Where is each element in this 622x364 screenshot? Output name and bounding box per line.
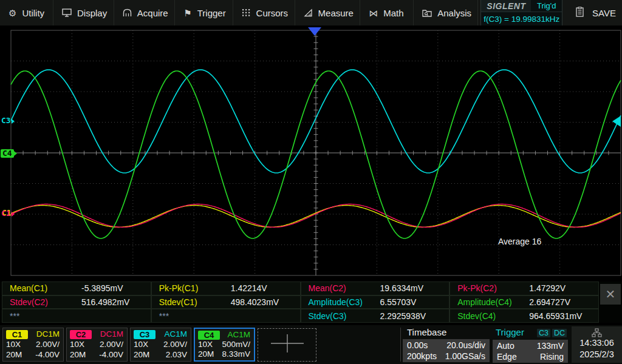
measurement-cell: Stdev(C4)964.65931mV (449, 309, 599, 323)
scale-label: 2.00V/ (100, 340, 123, 349)
plus-icon (270, 333, 305, 356)
cursors-grid-icon (242, 8, 251, 17)
timebase-scale: 20.0us/div (441, 340, 485, 350)
measurement-cell: Pk-Pk(C1)1.42214V (151, 281, 301, 295)
scale-label: 2.00V/ (36, 340, 60, 349)
channel-marker-c4[interactable]: C4 (1, 149, 14, 158)
save-button[interactable]: SAVE (562, 0, 622, 25)
bandwidth-label: 20M (198, 349, 214, 359)
trigger-type: Edge (497, 352, 527, 362)
menu-acquire[interactable]: Acquire (114, 0, 175, 25)
measurement-cell: Stdev(C2)516.4982mV (2, 295, 151, 309)
measurement-table: Mean(C1)-5.3895mV Pk-Pk(C1)1.42214V Mean… (2, 281, 599, 323)
timebase-memory: 200kpts (407, 351, 441, 361)
measurement-cell: Pk-Pk(C2)1.47292V (449, 281, 599, 295)
menu-utility[interactable]: ⚙ Utility (0, 0, 53, 25)
offset-label: 2.03V (166, 350, 187, 360)
menu-display-label: Display (77, 8, 107, 18)
marker-arrow-icon (12, 212, 15, 217)
channel-badge: C2 (70, 330, 92, 339)
trigger-level: 133mV (527, 341, 564, 351)
menu-measure-label: Measure (318, 8, 354, 18)
flag-icon: ⚑ (183, 8, 191, 18)
trigger-mode: Auto (497, 341, 527, 351)
channel-marker-c3[interactable]: C3 (1, 116, 15, 125)
channel-badge: C4 (198, 331, 220, 340)
trigger-panel[interactable]: Trigger C3DC Auto133mV EdgeRising (493, 327, 568, 363)
bottom-bar-divider (400, 328, 401, 362)
menu-analysis[interactable]: Analysis (414, 0, 478, 25)
menu-cursors[interactable]: Cursors (233, 0, 295, 25)
scale-label: 500mV/ (222, 340, 250, 349)
coupling-label: DC1M (100, 329, 123, 339)
scale-label: 2.00V/ (163, 340, 187, 349)
offset-label: 8.33mV (222, 349, 250, 359)
trigger-source-chip: C3 (537, 329, 550, 337)
offset-label: -4.00V (35, 350, 60, 360)
channel-box-c1[interactable]: C1DC1M 10X2.00V/ 20M-4.00V (2, 328, 64, 362)
close-icon: ✕ (606, 287, 616, 302)
menu-cursors-label: Cursors (256, 8, 289, 18)
menu-display[interactable]: Display (53, 0, 114, 25)
menu-utility-label: Utility (22, 8, 44, 18)
network-icon (592, 328, 602, 337)
timebase-panel[interactable]: Timebase 0.00s20.0us/div 200kpts1.00GSa/… (403, 327, 490, 362)
menu-trigger-label: Trigger (197, 8, 226, 18)
coupling-label: AC1M (227, 330, 250, 340)
probe-label: 10X (6, 340, 21, 349)
offset-label: -4.00V (99, 350, 123, 360)
waveform-area[interactable]: C3 C4 C1 Average 16 (0, 25, 622, 280)
add-channel-button[interactable] (258, 328, 316, 362)
clock-panel[interactable]: 14:33:06 2025/2/3 (572, 326, 622, 363)
channel-box-c3[interactable]: C3AC1M 10X2.00V/ 20M2.03V (130, 328, 191, 362)
monitor-icon (62, 8, 72, 17)
measurement-cell: *** (2, 309, 151, 323)
bandwidth-label: 20M (134, 350, 149, 360)
timebase-delay: 0.00s (407, 340, 441, 350)
oscilloscope-screen: ⚙ Utility Display Acquire ⚑ Trigger Curs… (0, 0, 622, 364)
siglent-logo: SIGLENT (481, 0, 531, 12)
clock-time: 14:33:06 (579, 337, 613, 349)
channel-box-c4[interactable]: C4AC1M 10X500mV/ 20M8.33mV (194, 328, 255, 362)
trigger-position-marker[interactable] (308, 27, 321, 36)
frequency-readout: f(C3) = 19.99831kHz (481, 12, 562, 25)
trigger-slope: Rising (527, 352, 564, 362)
clipboard-icon (576, 7, 584, 19)
close-measurements-button[interactable]: ✕ (600, 284, 621, 305)
coupling-label: DC1M (36, 329, 60, 339)
measurement-cell: Amplitude(C4)2.694727V (449, 295, 599, 309)
bottom-status-bar: C1DC1M 10X2.00V/ 20M-4.00V C2DC1M 10X2.0… (0, 325, 622, 364)
measurement-cell: Stdev(C3)2.2925938V (301, 309, 450, 323)
timebase-title: Timebase (403, 327, 490, 339)
bandwidth-label: 20M (6, 350, 22, 360)
average-mode-label: Average 16 (498, 237, 541, 246)
marker-arrow-icon (14, 151, 17, 156)
trigger-coupling-chip: DC (552, 329, 567, 337)
folder-search-icon (422, 8, 432, 17)
trigger-status-badge: Trig'd (531, 0, 562, 12)
channel-badge: C1 (6, 330, 28, 339)
trigger-level-marker[interactable] (612, 116, 621, 127)
coupling-label: AC1M (164, 329, 187, 339)
marker-arrow-icon (12, 119, 15, 124)
gear-icon: ⚙ (9, 8, 16, 18)
menu-acquire-label: Acquire (137, 8, 168, 18)
probe-label: 10X (70, 340, 84, 349)
channel-badge: C3 (134, 330, 156, 339)
menu-analysis-label: Analysis (437, 8, 471, 18)
measurement-panel: Mean(C1)-5.3895mV Pk-Pk(C1)1.42214V Mean… (0, 281, 622, 323)
menu-measure[interactable]: Measure (295, 0, 361, 25)
ruler-icon (304, 8, 313, 17)
channel-box-c2[interactable]: C2DC1M 10X2.00V/ 20M-4.00V (66, 328, 128, 362)
probe-label: 10X (134, 340, 148, 349)
probe-label: 10X (198, 340, 213, 349)
timebase-sample-rate: 1.00GSa/s (441, 351, 485, 361)
menu-trigger[interactable]: ⚑ Trigger (175, 0, 233, 25)
top-menu-bar: ⚙ Utility Display Acquire ⚑ Trigger Curs… (0, 0, 622, 25)
arch-icon (123, 8, 132, 17)
channel-marker-c1[interactable]: C1 (1, 209, 15, 218)
clock-date: 2025/2/3 (579, 349, 613, 360)
menu-math[interactable]: ⋈ Math (360, 0, 414, 25)
trigger-title: Trigger (496, 327, 524, 337)
measurement-cell: Mean(C1)-5.3895mV (2, 281, 151, 295)
